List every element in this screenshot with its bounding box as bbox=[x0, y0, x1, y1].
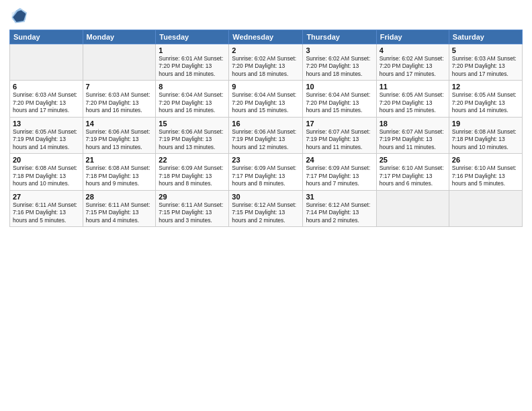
day-info: Sunrise: 6:08 AM Sunset: 7:18 PM Dayligh… bbox=[13, 165, 80, 187]
weekday-header-sunday: Sunday bbox=[10, 30, 83, 44]
day-number: 5 bbox=[452, 46, 519, 54]
day-info: Sunrise: 6:05 AM Sunset: 7:20 PM Dayligh… bbox=[452, 91, 519, 114]
calendar-cell: 3Sunrise: 6:02 AM Sunset: 7:20 PM Daylig… bbox=[303, 44, 376, 81]
day-number: 21 bbox=[86, 156, 153, 164]
calendar-cell: 13Sunrise: 6:05 AM Sunset: 7:19 PM Dayli… bbox=[10, 117, 83, 153]
day-number: 3 bbox=[306, 46, 373, 54]
day-number: 19 bbox=[452, 120, 519, 128]
calendar-cell: 10Sunrise: 6:04 AM Sunset: 7:20 PM Dayli… bbox=[303, 81, 376, 117]
day-number: 29 bbox=[159, 193, 226, 201]
day-number: 15 bbox=[159, 120, 226, 128]
calendar-cell bbox=[449, 190, 522, 226]
calendar-cell: 18Sunrise: 6:07 AM Sunset: 7:19 PM Dayli… bbox=[376, 117, 449, 153]
day-number: 22 bbox=[159, 156, 226, 164]
day-info: Sunrise: 6:06 AM Sunset: 7:19 PM Dayligh… bbox=[86, 128, 153, 151]
day-number: 27 bbox=[13, 193, 80, 201]
calendar-week-2: 6Sunrise: 6:03 AM Sunset: 7:20 PM Daylig… bbox=[10, 81, 523, 117]
header bbox=[9, 7, 523, 26]
day-info: Sunrise: 6:01 AM Sunset: 7:20 PM Dayligh… bbox=[159, 55, 226, 78]
calendar-cell: 27Sunrise: 6:11 AM Sunset: 7:16 PM Dayli… bbox=[10, 190, 83, 226]
day-number: 23 bbox=[232, 156, 300, 164]
weekday-header-wednesday: Wednesday bbox=[229, 30, 303, 44]
day-info: Sunrise: 6:05 AM Sunset: 7:19 PM Dayligh… bbox=[13, 128, 80, 151]
calendar-cell: 4Sunrise: 6:02 AM Sunset: 7:20 PM Daylig… bbox=[376, 44, 449, 81]
calendar-cell: 24Sunrise: 6:09 AM Sunset: 7:17 PM Dayli… bbox=[303, 154, 376, 190]
day-number: 20 bbox=[13, 156, 80, 164]
calendar-cell: 30Sunrise: 6:12 AM Sunset: 7:15 PM Dayli… bbox=[229, 190, 303, 226]
day-number: 11 bbox=[380, 83, 446, 91]
day-number: 16 bbox=[232, 120, 300, 128]
day-info: Sunrise: 6:11 AM Sunset: 7:16 PM Dayligh… bbox=[13, 201, 80, 224]
day-number: 17 bbox=[306, 120, 373, 128]
day-number: 6 bbox=[13, 83, 80, 91]
calendar-week-3: 13Sunrise: 6:05 AM Sunset: 7:19 PM Dayli… bbox=[10, 117, 523, 153]
calendar-cell: 16Sunrise: 6:06 AM Sunset: 7:19 PM Dayli… bbox=[229, 117, 303, 153]
day-number: 8 bbox=[159, 83, 226, 91]
day-number: 26 bbox=[452, 156, 519, 164]
day-info: Sunrise: 6:10 AM Sunset: 7:17 PM Dayligh… bbox=[380, 165, 446, 187]
weekday-header-saturday: Saturday bbox=[449, 30, 522, 44]
calendar-week-4: 20Sunrise: 6:08 AM Sunset: 7:18 PM Dayli… bbox=[10, 154, 523, 190]
calendar-cell: 17Sunrise: 6:07 AM Sunset: 7:19 PM Dayli… bbox=[303, 117, 376, 153]
calendar-cell: 11Sunrise: 6:05 AM Sunset: 7:20 PM Dayli… bbox=[376, 81, 449, 117]
day-info: Sunrise: 6:10 AM Sunset: 7:16 PM Dayligh… bbox=[452, 165, 519, 187]
calendar-cell: 22Sunrise: 6:09 AM Sunset: 7:18 PM Dayli… bbox=[156, 154, 229, 190]
day-info: Sunrise: 6:07 AM Sunset: 7:19 PM Dayligh… bbox=[380, 128, 446, 151]
day-number: 25 bbox=[380, 156, 446, 164]
weekday-header-friday: Friday bbox=[376, 30, 449, 44]
weekday-header-monday: Monday bbox=[83, 30, 156, 44]
day-number: 13 bbox=[13, 120, 80, 128]
calendar-cell: 28Sunrise: 6:11 AM Sunset: 7:15 PM Dayli… bbox=[83, 190, 156, 226]
day-info: Sunrise: 6:09 AM Sunset: 7:18 PM Dayligh… bbox=[159, 165, 226, 187]
calendar-week-1: 1Sunrise: 6:01 AM Sunset: 7:20 PM Daylig… bbox=[10, 44, 523, 81]
day-number: 9 bbox=[232, 83, 300, 91]
calendar-cell bbox=[83, 44, 156, 81]
day-info: Sunrise: 6:06 AM Sunset: 7:19 PM Dayligh… bbox=[159, 128, 226, 151]
day-number: 30 bbox=[232, 193, 300, 201]
day-info: Sunrise: 6:07 AM Sunset: 7:19 PM Dayligh… bbox=[306, 128, 373, 151]
calendar-cell: 7Sunrise: 6:03 AM Sunset: 7:20 PM Daylig… bbox=[83, 81, 156, 117]
day-number: 4 bbox=[380, 46, 446, 54]
day-info: Sunrise: 6:08 AM Sunset: 7:18 PM Dayligh… bbox=[452, 128, 519, 151]
calendar-cell: 26Sunrise: 6:10 AM Sunset: 7:16 PM Dayli… bbox=[449, 154, 522, 190]
day-info: Sunrise: 6:04 AM Sunset: 7:20 PM Dayligh… bbox=[159, 91, 226, 114]
calendar-cell: 23Sunrise: 6:09 AM Sunset: 7:17 PM Dayli… bbox=[229, 154, 303, 190]
calendar-cell: 8Sunrise: 6:04 AM Sunset: 7:20 PM Daylig… bbox=[156, 81, 229, 117]
logo-icon bbox=[9, 7, 28, 26]
calendar-cell: 9Sunrise: 6:04 AM Sunset: 7:20 PM Daylig… bbox=[229, 81, 303, 117]
day-info: Sunrise: 6:12 AM Sunset: 7:14 PM Dayligh… bbox=[306, 201, 373, 224]
calendar-cell: 15Sunrise: 6:06 AM Sunset: 7:19 PM Dayli… bbox=[156, 117, 229, 153]
calendar-cell: 6Sunrise: 6:03 AM Sunset: 7:20 PM Daylig… bbox=[10, 81, 83, 117]
calendar-cell: 1Sunrise: 6:01 AM Sunset: 7:20 PM Daylig… bbox=[156, 44, 229, 81]
day-info: Sunrise: 6:02 AM Sunset: 7:20 PM Dayligh… bbox=[380, 55, 446, 78]
day-info: Sunrise: 6:12 AM Sunset: 7:15 PM Dayligh… bbox=[232, 201, 300, 224]
day-info: Sunrise: 6:11 AM Sunset: 7:15 PM Dayligh… bbox=[86, 201, 153, 224]
calendar-cell: 20Sunrise: 6:08 AM Sunset: 7:18 PM Dayli… bbox=[10, 154, 83, 190]
day-info: Sunrise: 6:05 AM Sunset: 7:20 PM Dayligh… bbox=[380, 91, 446, 114]
day-info: Sunrise: 6:11 AM Sunset: 7:15 PM Dayligh… bbox=[159, 201, 226, 224]
day-number: 31 bbox=[306, 193, 373, 201]
calendar-cell: 2Sunrise: 6:02 AM Sunset: 7:20 PM Daylig… bbox=[229, 44, 303, 81]
calendar-cell bbox=[10, 44, 83, 81]
calendar-cell: 12Sunrise: 6:05 AM Sunset: 7:20 PM Dayli… bbox=[449, 81, 522, 117]
day-info: Sunrise: 6:04 AM Sunset: 7:20 PM Dayligh… bbox=[232, 91, 300, 114]
calendar-cell: 29Sunrise: 6:11 AM Sunset: 7:15 PM Dayli… bbox=[156, 190, 229, 226]
calendar-cell: 14Sunrise: 6:06 AM Sunset: 7:19 PM Dayli… bbox=[83, 117, 156, 153]
day-number: 12 bbox=[452, 83, 519, 91]
weekday-header-tuesday: Tuesday bbox=[156, 30, 229, 44]
day-info: Sunrise: 6:09 AM Sunset: 7:17 PM Dayligh… bbox=[306, 165, 373, 187]
calendar-cell: 31Sunrise: 6:12 AM Sunset: 7:14 PM Dayli… bbox=[303, 190, 376, 226]
day-number: 24 bbox=[306, 156, 373, 164]
day-info: Sunrise: 6:08 AM Sunset: 7:18 PM Dayligh… bbox=[86, 165, 153, 187]
calendar-cell: 5Sunrise: 6:03 AM Sunset: 7:20 PM Daylig… bbox=[449, 44, 522, 81]
calendar-table: SundayMondayTuesdayWednesdayThursdayFrid… bbox=[9, 30, 523, 227]
calendar-week-5: 27Sunrise: 6:11 AM Sunset: 7:16 PM Dayli… bbox=[10, 190, 523, 226]
day-number: 1 bbox=[159, 46, 226, 54]
day-info: Sunrise: 6:02 AM Sunset: 7:20 PM Dayligh… bbox=[232, 55, 300, 78]
day-info: Sunrise: 6:04 AM Sunset: 7:20 PM Dayligh… bbox=[306, 91, 373, 114]
day-number: 10 bbox=[306, 83, 373, 91]
calendar-cell bbox=[376, 190, 449, 226]
calendar-cell: 21Sunrise: 6:08 AM Sunset: 7:18 PM Dayli… bbox=[83, 154, 156, 190]
day-number: 7 bbox=[86, 83, 153, 91]
day-info: Sunrise: 6:02 AM Sunset: 7:20 PM Dayligh… bbox=[306, 55, 373, 78]
